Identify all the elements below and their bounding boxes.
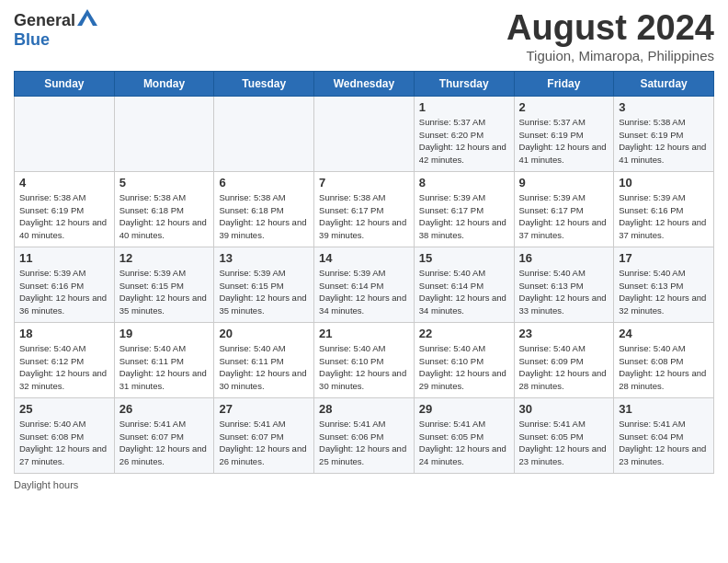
calendar-cell: 23Sunrise: 5:40 AM Sunset: 6:09 PM Dayli… (514, 322, 614, 397)
day-info: Sunrise: 5:41 AM Sunset: 6:07 PM Dayligh… (219, 418, 309, 468)
day-info: Sunrise: 5:39 AM Sunset: 6:16 PM Dayligh… (19, 267, 109, 317)
calendar-cell: 18Sunrise: 5:40 AM Sunset: 6:12 PM Dayli… (15, 322, 115, 397)
title-area: August 2024 Tiguion, Mimaropa, Philippin… (506, 9, 714, 63)
daylight-label: Daylight hours (14, 479, 78, 490)
calendar-cell: 4Sunrise: 5:38 AM Sunset: 6:19 PM Daylig… (15, 171, 115, 247)
calendar-week-row: 18Sunrise: 5:40 AM Sunset: 6:12 PM Dayli… (15, 322, 714, 397)
day-of-week-header: Thursday (414, 71, 514, 96)
day-info: Sunrise: 5:40 AM Sunset: 6:13 PM Dayligh… (519, 267, 609, 317)
day-number: 6 (219, 176, 309, 190)
day-number: 12 (119, 251, 210, 265)
page-header: General Blue August 2024 Tiguion, Mimaro… (14, 9, 714, 63)
day-info: Sunrise: 5:37 AM Sunset: 6:19 PM Dayligh… (519, 116, 609, 167)
day-number: 20 (219, 327, 309, 340)
calendar-body: 1Sunrise: 5:37 AM Sunset: 6:20 PM Daylig… (15, 96, 714, 473)
logo-blue: Blue (14, 30, 50, 49)
day-info: Sunrise: 5:41 AM Sunset: 6:06 PM Dayligh… (319, 418, 409, 468)
calendar-cell: 20Sunrise: 5:40 AM Sunset: 6:11 PM Dayli… (214, 322, 314, 397)
calendar-cell: 22Sunrise: 5:40 AM Sunset: 6:10 PM Dayli… (414, 322, 514, 397)
day-info: Sunrise: 5:40 AM Sunset: 6:09 PM Dayligh… (519, 342, 609, 393)
calendar-cell: 16Sunrise: 5:40 AM Sunset: 6:13 PM Dayli… (514, 247, 614, 322)
calendar-cell: 5Sunrise: 5:38 AM Sunset: 6:18 PM Daylig… (114, 171, 214, 247)
calendar-cell (214, 96, 314, 171)
day-number: 25 (19, 402, 109, 416)
day-info: Sunrise: 5:38 AM Sunset: 6:19 PM Dayligh… (19, 191, 109, 242)
day-info: Sunrise: 5:38 AM Sunset: 6:17 PM Dayligh… (319, 191, 409, 242)
day-number: 26 (119, 402, 210, 416)
calendar-cell (114, 96, 214, 171)
day-info: Sunrise: 5:39 AM Sunset: 6:15 PM Dayligh… (119, 267, 210, 317)
day-number: 23 (519, 327, 609, 340)
day-info: Sunrise: 5:40 AM Sunset: 6:12 PM Dayligh… (19, 342, 109, 393)
day-number: 14 (319, 251, 409, 265)
day-number: 21 (319, 327, 409, 340)
day-info: Sunrise: 5:39 AM Sunset: 6:15 PM Dayligh… (219, 267, 309, 317)
logo-text: General Blue (14, 9, 97, 50)
day-info: Sunrise: 5:40 AM Sunset: 6:11 PM Dayligh… (219, 342, 309, 393)
calendar-cell: 26Sunrise: 5:41 AM Sunset: 6:07 PM Dayli… (114, 397, 214, 473)
calendar-table: SundayMondayTuesdayWednesdayThursdayFrid… (14, 71, 714, 474)
day-info: Sunrise: 5:40 AM Sunset: 6:08 PM Dayligh… (619, 342, 709, 393)
day-number: 2 (519, 100, 609, 114)
calendar-cell: 29Sunrise: 5:41 AM Sunset: 6:05 PM Dayli… (414, 397, 514, 473)
day-number: 18 (19, 327, 109, 340)
day-number: 15 (419, 251, 509, 265)
calendar-cell: 14Sunrise: 5:39 AM Sunset: 6:14 PM Dayli… (314, 247, 415, 322)
calendar-cell: 24Sunrise: 5:40 AM Sunset: 6:08 PM Dayli… (614, 322, 714, 397)
day-of-week-header: Sunday (15, 71, 115, 96)
day-info: Sunrise: 5:41 AM Sunset: 6:07 PM Dayligh… (119, 418, 210, 468)
calendar-week-row: 4Sunrise: 5:38 AM Sunset: 6:19 PM Daylig… (15, 171, 714, 247)
calendar-cell (314, 96, 415, 171)
day-number: 3 (619, 100, 709, 114)
calendar-cell: 2Sunrise: 5:37 AM Sunset: 6:19 PM Daylig… (514, 96, 614, 171)
calendar-cell: 21Sunrise: 5:40 AM Sunset: 6:10 PM Dayli… (314, 322, 415, 397)
calendar-week-row: 25Sunrise: 5:40 AM Sunset: 6:08 PM Dayli… (15, 397, 714, 473)
calendar-cell: 6Sunrise: 5:38 AM Sunset: 6:18 PM Daylig… (214, 171, 314, 247)
day-info: Sunrise: 5:40 AM Sunset: 6:11 PM Dayligh… (119, 342, 210, 393)
calendar-cell: 7Sunrise: 5:38 AM Sunset: 6:17 PM Daylig… (314, 171, 415, 247)
calendar-week-row: 11Sunrise: 5:39 AM Sunset: 6:16 PM Dayli… (15, 247, 714, 322)
day-info: Sunrise: 5:39 AM Sunset: 6:14 PM Dayligh… (319, 267, 409, 317)
day-number: 10 (619, 176, 709, 190)
day-info: Sunrise: 5:41 AM Sunset: 6:04 PM Dayligh… (619, 418, 709, 468)
month-title: August 2024 (506, 9, 714, 48)
calendar-header-row: SundayMondayTuesdayWednesdayThursdayFrid… (15, 71, 714, 96)
footer: Daylight hours (14, 479, 714, 490)
day-number: 22 (419, 327, 509, 340)
logo-icon (77, 9, 97, 26)
calendar-cell: 25Sunrise: 5:40 AM Sunset: 6:08 PM Dayli… (15, 397, 115, 473)
day-number: 31 (619, 402, 709, 416)
day-of-week-header: Monday (114, 71, 214, 96)
day-of-week-header: Saturday (614, 71, 714, 96)
calendar-cell: 10Sunrise: 5:39 AM Sunset: 6:16 PM Dayli… (614, 171, 714, 247)
day-of-week-header: Tuesday (214, 71, 314, 96)
day-info: Sunrise: 5:38 AM Sunset: 6:18 PM Dayligh… (219, 191, 309, 242)
day-number: 30 (519, 402, 609, 416)
calendar-cell: 11Sunrise: 5:39 AM Sunset: 6:16 PM Dayli… (15, 247, 115, 322)
calendar-cell: 30Sunrise: 5:41 AM Sunset: 6:05 PM Dayli… (514, 397, 614, 473)
day-number: 29 (419, 402, 509, 416)
day-info: Sunrise: 5:38 AM Sunset: 6:18 PM Dayligh… (119, 191, 210, 242)
day-info: Sunrise: 5:38 AM Sunset: 6:19 PM Dayligh… (619, 116, 709, 167)
day-number: 27 (219, 402, 309, 416)
day-number: 16 (519, 251, 609, 265)
calendar-cell: 15Sunrise: 5:40 AM Sunset: 6:14 PM Dayli… (414, 247, 514, 322)
calendar-cell: 9Sunrise: 5:39 AM Sunset: 6:17 PM Daylig… (514, 171, 614, 247)
day-info: Sunrise: 5:40 AM Sunset: 6:13 PM Dayligh… (619, 267, 709, 317)
calendar-cell: 8Sunrise: 5:39 AM Sunset: 6:17 PM Daylig… (414, 171, 514, 247)
calendar-week-row: 1Sunrise: 5:37 AM Sunset: 6:20 PM Daylig… (15, 96, 714, 171)
calendar-cell: 19Sunrise: 5:40 AM Sunset: 6:11 PM Dayli… (114, 322, 214, 397)
day-number: 9 (519, 176, 609, 190)
calendar-cell: 13Sunrise: 5:39 AM Sunset: 6:15 PM Dayli… (214, 247, 314, 322)
calendar-cell: 31Sunrise: 5:41 AM Sunset: 6:04 PM Dayli… (614, 397, 714, 473)
day-of-week-header: Wednesday (314, 71, 415, 96)
day-info: Sunrise: 5:39 AM Sunset: 6:17 PM Dayligh… (419, 191, 509, 242)
calendar-cell (15, 96, 115, 171)
day-number: 8 (419, 176, 509, 190)
day-number: 28 (319, 402, 409, 416)
day-info: Sunrise: 5:37 AM Sunset: 6:20 PM Dayligh… (419, 116, 509, 167)
day-number: 5 (119, 176, 210, 190)
day-info: Sunrise: 5:41 AM Sunset: 6:05 PM Dayligh… (519, 418, 609, 468)
calendar-cell: 1Sunrise: 5:37 AM Sunset: 6:20 PM Daylig… (414, 96, 514, 171)
day-of-week-header: Friday (514, 71, 614, 96)
